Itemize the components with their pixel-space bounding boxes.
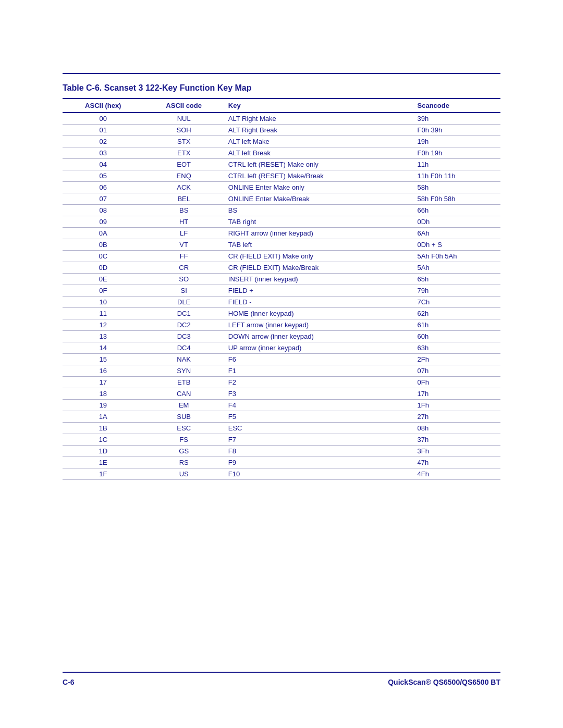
table-cell: 4Fh — [413, 468, 501, 480]
table-cell: 03 — [63, 147, 144, 159]
table-cell: 1B — [63, 423, 144, 434]
table-cell: ESC — [144, 423, 224, 434]
table-cell: 62h — [413, 308, 501, 319]
table-row: 1CFSF737h — [63, 434, 500, 446]
table-cell: 7Ch — [413, 297, 501, 308]
table-cell: 60h — [413, 331, 501, 342]
table-cell: 2Fh — [413, 354, 501, 365]
table-cell: US — [144, 468, 224, 480]
table-cell: ETB — [144, 377, 224, 388]
table-cell: UP arrow (inner keypad) — [224, 342, 413, 354]
table-cell: DC3 — [144, 331, 224, 342]
table-cell: TAB left — [224, 239, 413, 251]
table-row: 08BSBS66h — [63, 205, 500, 216]
table-cell: 0Dh + S — [413, 239, 501, 251]
table-cell: LF — [144, 228, 224, 239]
table-cell: ALT Right Make — [224, 113, 413, 125]
table-row: 03ETXALT left BreakF0h 19h — [63, 147, 500, 159]
table-cell: NAK — [144, 354, 224, 365]
table-cell: 04 — [63, 159, 144, 170]
table-cell: SUB — [144, 411, 224, 423]
table-row: 0DCRCR (FIELD EXIT) Make/Break5Ah — [63, 262, 500, 274]
table-cell: DC1 — [144, 308, 224, 319]
top-rule — [63, 73, 500, 74]
table-cell: 19h — [413, 136, 501, 147]
table-cell: ALT left Make — [224, 136, 413, 147]
table-cell: RS — [144, 457, 224, 468]
table-cell: INSERT (inner keypad) — [224, 274, 413, 285]
table-cell: FS — [144, 434, 224, 446]
table-row: 0ESOINSERT (inner keypad)65h — [63, 274, 500, 285]
table-cell: 06 — [63, 182, 144, 193]
table-cell: 11h — [413, 159, 501, 170]
table-cell: 0B — [63, 239, 144, 251]
table-cell: CAN — [144, 388, 224, 400]
table-cell: 09 — [63, 216, 144, 228]
table-cell: 61h — [413, 319, 501, 331]
table-cell: 10 — [63, 297, 144, 308]
table-cell: 0Dh — [413, 216, 501, 228]
table-cell: 0D — [63, 262, 144, 274]
table-cell: CR — [144, 262, 224, 274]
table-cell: CR (FIELD EXIT) Make/Break — [224, 262, 413, 274]
table-row: 13DC3DOWN arrow (inner keypad)60h — [63, 331, 500, 342]
table-row: 12DC2LEFT arrow (inner keypad)61h — [63, 319, 500, 331]
table-cell: 47h — [413, 457, 501, 468]
table-row: 1BESCESC08h — [63, 423, 500, 434]
table-cell: F0h 39h — [413, 125, 501, 136]
table-cell: FIELD + — [224, 285, 413, 297]
table-cell: F5 — [224, 411, 413, 423]
table-cell: 39h — [413, 113, 501, 125]
table-cell: 0Fh — [413, 377, 501, 388]
table-cell: 08 — [63, 205, 144, 216]
table-cell: 0A — [63, 228, 144, 239]
table-cell: 19 — [63, 400, 144, 411]
table-row: 05ENQCTRL left (RESET) Make/Break11h F0h… — [63, 170, 500, 182]
header-scancode: Scancode — [413, 98, 501, 113]
table-row: 15NAKF62Fh — [63, 354, 500, 365]
table-row: 06ACKONLINE Enter Make only58h — [63, 182, 500, 193]
table-cell: ALT left Break — [224, 147, 413, 159]
table-row: 0ALFRIGHT arrow (inner keypad)6Ah — [63, 228, 500, 239]
footer: C-6 QuickScan® QS6500/QS6500 BT — [63, 672, 500, 686]
table-cell: 27h — [413, 411, 501, 423]
table-cell: 5Ah — [413, 262, 501, 274]
table-cell: 17 — [63, 377, 144, 388]
table-cell: 1D — [63, 446, 144, 457]
table-row: 1DGSF83Fh — [63, 446, 500, 457]
table-row: 0FSIFIELD +79h — [63, 285, 500, 297]
table-cell: 0F — [63, 285, 144, 297]
table-cell: EOT — [144, 159, 224, 170]
table-row: 1FUSF104Fh — [63, 468, 500, 480]
table-cell: 37h — [413, 434, 501, 446]
table-cell: SI — [144, 285, 224, 297]
table-cell: 1C — [63, 434, 144, 446]
table-cell: 13 — [63, 331, 144, 342]
table-cell: ONLINE Enter Make only — [224, 182, 413, 193]
table-cell: 15 — [63, 354, 144, 365]
table-cell: SYN — [144, 365, 224, 377]
table-cell: 00 — [63, 113, 144, 125]
table-cell: 16 — [63, 365, 144, 377]
table-cell: BS — [224, 205, 413, 216]
table-cell: F0h 19h — [413, 147, 501, 159]
table-cell: 05 — [63, 170, 144, 182]
table-cell: HOME (inner keypad) — [224, 308, 413, 319]
table-cell: ENQ — [144, 170, 224, 182]
table-cell: 0E — [63, 274, 144, 285]
table-cell: 1F — [63, 468, 144, 480]
table-row: 11DC1HOME (inner keypad)62h — [63, 308, 500, 319]
table-cell: 1A — [63, 411, 144, 423]
table-row: 02STXALT left Make19h — [63, 136, 500, 147]
table-row: 19EMF41Fh — [63, 400, 500, 411]
table-row: 01SOHALT Right BreakF0h 39h — [63, 125, 500, 136]
table-cell: RIGHT arrow (inner keypad) — [224, 228, 413, 239]
table-row: 10DLEFIELD -7Ch — [63, 297, 500, 308]
table-row: 17ETBF20Fh — [63, 377, 500, 388]
table-cell: FF — [144, 251, 224, 262]
key-function-table: ASCII (hex) ASCII code Key Scancode 00NU… — [63, 98, 500, 480]
table-cell: ACK — [144, 182, 224, 193]
table-cell: 08h — [413, 423, 501, 434]
table-cell: 79h — [413, 285, 501, 297]
table-cell: F6 — [224, 354, 413, 365]
